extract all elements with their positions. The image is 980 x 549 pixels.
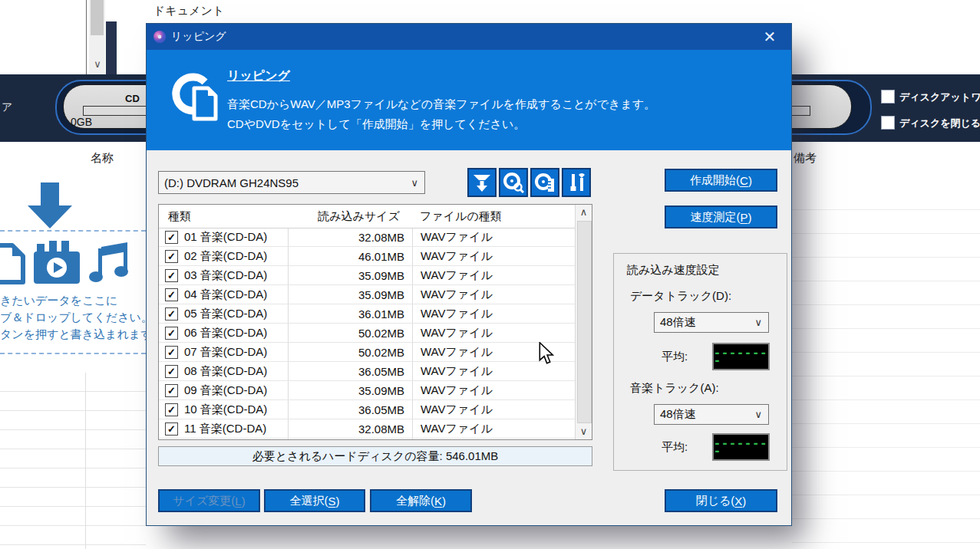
track-size: 36.05MB bbox=[289, 365, 412, 378]
column-header-filetype: ファイルの種類 bbox=[420, 209, 502, 224]
start-create-button[interactable]: 作成開始(C) bbox=[665, 169, 777, 192]
dropzone-border-bottom bbox=[0, 353, 146, 354]
scroll-up-icon[interactable]: ∧ bbox=[576, 205, 592, 220]
table-row[interactable]: ✓ 11 音楽(CD-DA) 32.08MB WAVファイル bbox=[159, 419, 576, 439]
track-size: 46.01MB bbox=[289, 250, 412, 263]
required-capacity-text: 必要とされるハードディスクの容量: 546.01MB bbox=[252, 449, 499, 464]
chevron-down-icon[interactable]: ∨ bbox=[91, 58, 104, 71]
file-grid-right bbox=[792, 186, 980, 549]
track-checkbox[interactable]: ✓ bbox=[165, 384, 178, 397]
deselect-all-button[interactable]: 全解除(K) bbox=[370, 489, 472, 512]
ripping-dialog: リッピング ✕ リッピング 音楽CDからWAV／MP3ファイルなどの音楽ファイル… bbox=[146, 23, 792, 526]
audio-track-average-display: -------- bbox=[712, 433, 770, 461]
close-button[interactable]: 閉じる(X) bbox=[665, 489, 777, 512]
track-type: 05 音楽(CD-DA) bbox=[184, 307, 289, 321]
track-filetype: WAVファイル bbox=[412, 422, 493, 436]
track-filetype: WAVファイル bbox=[412, 383, 493, 398]
file-grid-divider bbox=[85, 373, 86, 549]
track-list-scrollbar[interactable]: ∧ ∨ bbox=[575, 205, 592, 439]
track-list: 種類 読み込みサイズ ファイルの種類 ✓ 01 音楽(CD-DA) 32.08M… bbox=[158, 204, 592, 440]
background-scrollbar-thumb[interactable] bbox=[91, 0, 104, 35]
track-type: 04 音楽(CD-DA) bbox=[184, 288, 289, 302]
disc-measure-button[interactable] bbox=[530, 168, 559, 197]
track-filetype: WAVファイル bbox=[412, 364, 493, 379]
table-row[interactable]: ✓ 05 音楽(CD-DA) 36.01MB WAVファイル bbox=[159, 304, 576, 324]
table-row[interactable]: ✓ 06 音楽(CD-DA) 50.02MB WAVファイル bbox=[159, 324, 576, 343]
column-header-remarks: 備考 bbox=[794, 151, 817, 166]
column-header-type: 種類 bbox=[168, 209, 191, 224]
track-size: 36.01MB bbox=[289, 307, 412, 321]
dropzone-border-top bbox=[0, 230, 146, 232]
scroll-down-icon[interactable]: ∨ bbox=[576, 424, 592, 439]
track-checkbox[interactable]: ✓ bbox=[165, 269, 178, 282]
track-checkbox[interactable]: ✓ bbox=[165, 422, 178, 436]
track-type: 10 音楽(CD-DA) bbox=[184, 403, 289, 417]
read-speed-group-title: 読み込み速度設定 bbox=[627, 263, 720, 278]
close-disc-checkbox[interactable] bbox=[881, 116, 895, 130]
track-type: 02 音楽(CD-DA) bbox=[184, 249, 289, 264]
track-checkbox[interactable]: ✓ bbox=[165, 250, 178, 263]
average-label: 平均: bbox=[662, 350, 688, 364]
dialog-toolbar bbox=[467, 168, 591, 197]
table-row[interactable]: ✓ 07 音楽(CD-DA) 50.02MB WAVファイル bbox=[159, 343, 576, 362]
dialog-title: リッピング bbox=[171, 30, 226, 44]
resize-button[interactable]: サイズ変更(L) bbox=[158, 489, 260, 512]
table-row[interactable]: ✓ 09 音楽(CD-DA) 35.09MB WAVファイル bbox=[159, 381, 576, 400]
speed-test-button[interactable]: 速度測定(P) bbox=[665, 205, 777, 228]
load-media-button[interactable] bbox=[467, 168, 497, 197]
track-size: 35.09MB bbox=[289, 269, 412, 282]
track-rows: ✓ 01 音楽(CD-DA) 32.08MB WAVファイル ✓ 02 音楽(C… bbox=[159, 228, 576, 440]
ripping-description-line1: 音楽CDからWAV／MP3ファイルなどの音楽ファイルを作成することができます。 bbox=[227, 97, 655, 112]
data-track-average-display: -------- bbox=[712, 343, 770, 370]
close-icon[interactable]: ✕ bbox=[759, 26, 780, 48]
track-checkbox[interactable]: ✓ bbox=[165, 365, 178, 378]
column-header-size: 読み込みサイズ bbox=[318, 209, 400, 224]
settings-tools-button[interactable] bbox=[562, 168, 591, 197]
drop-arrow-icon bbox=[41, 182, 59, 207]
track-size: 50.02MB bbox=[289, 346, 412, 359]
disc-at-once-checkbox[interactable] bbox=[881, 90, 895, 104]
ripping-link[interactable]: リッピング bbox=[227, 68, 290, 84]
table-row[interactable]: ✓ 01 音楽(CD-DA) 32.08MB WAVファイル bbox=[159, 228, 576, 247]
table-row[interactable]: ✓ 04 音楽(CD-DA) 35.09MB WAVファイル bbox=[159, 285, 576, 304]
drive-select-value: (D:) DVDRAM GH24NS95 bbox=[164, 176, 299, 189]
track-checkbox[interactable]: ✓ bbox=[165, 327, 178, 340]
dropzone-text-line2: ブ＆ドロップしてください。 bbox=[0, 311, 153, 325]
data-track-select[interactable]: 48倍速 ∨ bbox=[654, 312, 769, 333]
track-checkbox[interactable]: ✓ bbox=[165, 346, 178, 359]
track-size: 32.08MB bbox=[289, 422, 412, 436]
table-row[interactable]: ✓ 02 音楽(CD-DA) 46.01MB WAVファイル bbox=[159, 247, 576, 266]
settings-tools-icon bbox=[566, 172, 587, 193]
track-type: 11 音楽(CD-DA) bbox=[184, 422, 289, 436]
audio-track-select[interactable]: 48倍速 ∨ bbox=[654, 404, 769, 425]
dialog-titlebar[interactable]: リッピング ✕ bbox=[147, 24, 791, 50]
table-row[interactable]: ✓ 12 音楽(CD-DA) 33.04MB WAVファイル bbox=[159, 439, 576, 440]
panel-divider bbox=[86, 0, 87, 74]
scrollbar-thumb[interactable] bbox=[577, 221, 592, 423]
read-speed-group: 読み込み速度設定 データトラック(D): 48倍速 ∨ 平均: --------… bbox=[613, 253, 787, 471]
track-checkbox[interactable]: ✓ bbox=[165, 288, 178, 301]
track-type: 06 音楽(CD-DA) bbox=[184, 326, 289, 340]
track-size: 50.02MB bbox=[289, 327, 412, 340]
table-row[interactable]: ✓ 08 音楽(CD-DA) 36.05MB WAVファイル bbox=[159, 362, 576, 381]
track-type: 03 音楽(CD-DA) bbox=[184, 268, 289, 283]
track-type: 07 音楽(CD-DA) bbox=[184, 345, 289, 360]
table-row[interactable]: ✓ 03 音楽(CD-DA) 35.09MB WAVファイル bbox=[159, 266, 576, 285]
panel-splitter bbox=[106, 21, 117, 74]
track-checkbox[interactable]: ✓ bbox=[165, 231, 178, 244]
disc-search-icon bbox=[503, 172, 524, 193]
track-size: 32.08MB bbox=[289, 231, 412, 244]
disc-search-button[interactable] bbox=[499, 168, 528, 197]
track-checkbox[interactable]: ✓ bbox=[165, 403, 178, 416]
track-filetype: WAVファイル bbox=[412, 268, 493, 283]
chevron-down-icon: ∨ bbox=[411, 177, 418, 189]
drive-select[interactable]: (D:) DVDRAM GH24NS95 ∨ bbox=[158, 171, 425, 194]
chevron-down-icon: ∨ bbox=[754, 317, 762, 328]
load-media-icon bbox=[471, 172, 493, 193]
table-row[interactable]: ✓ 10 音楽(CD-DA) 36.05MB WAVファイル bbox=[159, 400, 576, 419]
disc-measure-icon bbox=[534, 172, 556, 193]
track-checkbox[interactable]: ✓ bbox=[165, 307, 178, 321]
select-all-button[interactable]: 全選択(S) bbox=[264, 489, 365, 512]
track-filetype: WAVファイル bbox=[412, 249, 493, 264]
track-size: 35.09MB bbox=[289, 288, 412, 301]
